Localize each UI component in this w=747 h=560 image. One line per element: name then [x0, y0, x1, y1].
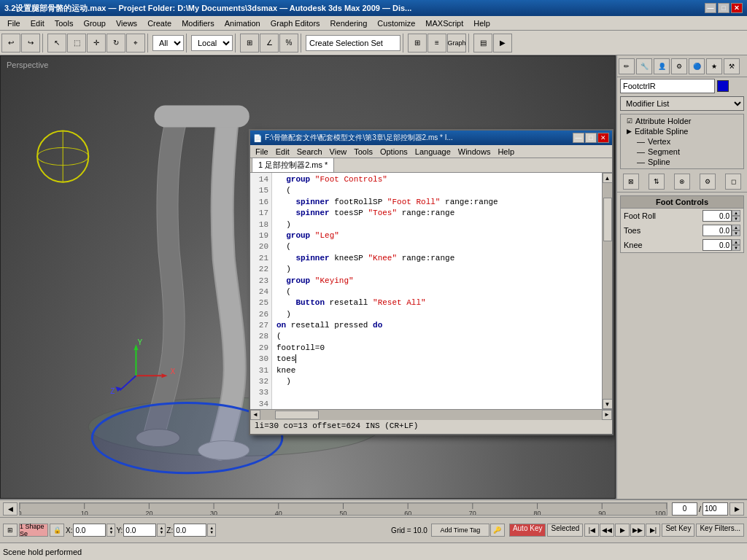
play-btn[interactable]: ▶: [615, 524, 630, 537]
menu-animation[interactable]: Animation: [220, 18, 265, 29]
scroll-up-button[interactable]: ▲: [603, 173, 613, 183]
move-button[interactable]: ✛: [87, 34, 106, 52]
x-spin-up[interactable]: ▲▼: [107, 524, 115, 537]
object-name-input[interactable]: [620, 79, 715, 93]
horizontal-scrollbar[interactable]: ◄ ►: [250, 409, 612, 419]
knee-up-button[interactable]: ▲: [732, 239, 740, 245]
foot-roll-down-button[interactable]: ▼: [732, 216, 740, 222]
rp-btn-1[interactable]: ✏: [619, 58, 635, 74]
undo-button[interactable]: ↩: [1, 34, 20, 52]
add-time-tag-btn[interactable]: Add Time Tag: [431, 524, 489, 537]
rp-btn-5[interactable]: 🔵: [689, 58, 705, 74]
foot-roll-up-button[interactable]: ▲: [732, 210, 740, 216]
z-input[interactable]: [174, 524, 206, 537]
timeline-ruler[interactable]: 0 10 20 30 40 50 60 70 80 90 100: [19, 502, 667, 516]
close-button[interactable]: ✕: [731, 3, 743, 13]
menu-tools[interactable]: Tools: [50, 18, 78, 29]
redo-button[interactable]: ↪: [21, 34, 40, 52]
angle-snap[interactable]: ∠: [260, 34, 279, 52]
menu-maxscript[interactable]: MAXScript: [421, 18, 468, 29]
knee-input[interactable]: [703, 239, 732, 251]
menu-views[interactable]: Views: [112, 18, 142, 29]
filter-dropdown[interactable]: All: [152, 35, 184, 51]
z-spin-up[interactable]: ▲▼: [207, 524, 216, 537]
rp-btn-2[interactable]: 🔧: [636, 58, 652, 74]
next-frame-btn[interactable]: ▶|: [646, 524, 660, 537]
vertex-item[interactable]: — Vertex: [622, 136, 742, 147]
modifier-list-dropdown[interactable]: Modifier List: [620, 96, 744, 111]
maximize-button[interactable]: □: [718, 3, 729, 13]
dlg-menu-search[interactable]: Search: [293, 147, 326, 157]
menu-help[interactable]: Help: [469, 18, 495, 29]
minimize-button[interactable]: —: [705, 3, 716, 13]
timeline-prev-button[interactable]: ◀: [3, 502, 18, 516]
next-key-btn[interactable]: ▶▶: [630, 524, 645, 537]
dlg-menu-file[interactable]: File: [252, 147, 272, 157]
menu-rendering[interactable]: Rendering: [326, 18, 372, 29]
frame-input[interactable]: [672, 502, 697, 516]
select-region-button[interactable]: ⬚: [67, 34, 86, 52]
menu-graph-editors[interactable]: Graph Editors: [266, 18, 325, 29]
y-input[interactable]: [123, 524, 156, 537]
object-color-box[interactable]: [717, 80, 729, 92]
attribute-holder-item[interactable]: ☑ Attribute Holder: [622, 116, 742, 126]
timeline-next-button[interactable]: ▶: [729, 502, 744, 516]
dialog-code-area[interactable]: 1415161718 1920212223 2425262728 2930313…: [250, 173, 602, 409]
selected-button[interactable]: Selected: [547, 524, 583, 537]
playback-area[interactable]: 1 Shape Se: [19, 524, 48, 537]
rp2-btn-2[interactable]: ⇅: [649, 174, 665, 190]
dlg-menu-help[interactable]: Help: [494, 147, 518, 157]
dialog-tab-1[interactable]: 1 足部控制器2.ms *: [252, 158, 334, 172]
spline-item[interactable]: — Spline: [622, 157, 742, 167]
scroll-thumb[interactable]: [603, 198, 612, 241]
rp2-btn-4[interactable]: ⚙: [700, 174, 716, 190]
selection-set-input[interactable]: [306, 35, 400, 51]
select-button[interactable]: ↖: [47, 34, 66, 52]
rp2-btn-3[interactable]: ⊗: [674, 174, 690, 190]
segment-item[interactable]: — Segment: [622, 147, 742, 157]
scroll-down-button[interactable]: ▼: [603, 399, 613, 409]
snap-toggle[interactable]: ⊞: [240, 34, 259, 52]
lock-icon[interactable]: 🔒: [50, 524, 64, 537]
percent-snap[interactable]: %: [279, 34, 298, 52]
menu-customize[interactable]: Customize: [373, 18, 419, 29]
y-spin-up[interactable]: ▲▼: [157, 524, 166, 537]
scroll-left-button[interactable]: ◄: [250, 410, 260, 420]
rp2-btn-5[interactable]: ◻: [725, 174, 741, 190]
editable-spline-item[interactable]: ▶ Editable Spline: [622, 126, 742, 136]
menu-modifiers[interactable]: Modifiers: [177, 18, 219, 29]
graph-btn[interactable]: Graph: [447, 34, 466, 52]
dlg-menu-options[interactable]: Options: [376, 147, 411, 157]
dlg-menu-windows[interactable]: Windows: [454, 147, 495, 157]
toes-down-button[interactable]: ▼: [732, 230, 740, 236]
key-icon[interactable]: 🔑: [490, 524, 505, 537]
scroll-right-button[interactable]: ►: [602, 410, 612, 420]
prev-frame-btn[interactable]: |◀: [584, 524, 599, 537]
vertical-scrollbar[interactable]: ▲ ▼: [602, 173, 612, 409]
es-expand[interactable]: ▶: [627, 128, 632, 135]
ah-checkbox[interactable]: ☑: [627, 117, 632, 125]
menu-edit[interactable]: Edit: [26, 18, 49, 29]
dlg-menu-edit[interactable]: Edit: [272, 147, 293, 157]
dlg-menu-tools[interactable]: Tools: [350, 147, 376, 157]
set-key-button[interactable]: Set Key: [662, 524, 694, 537]
render-btn[interactable]: ▶: [493, 34, 512, 52]
prev-key-btn[interactable]: ◀◀: [600, 524, 614, 537]
x-input[interactable]: [73, 524, 106, 537]
coord-dropdown[interactable]: Local: [191, 35, 233, 51]
dialog-minimize-button[interactable]: —: [573, 133, 584, 143]
rp-btn-4[interactable]: ⚙: [671, 58, 687, 74]
foot-roll-input[interactable]: [703, 210, 732, 222]
dlg-menu-language[interactable]: Language: [411, 147, 454, 157]
play-controls-icon[interactable]: ⊞: [3, 524, 18, 537]
layer-btn[interactable]: ▤: [473, 34, 492, 52]
code-content[interactable]: group "Foot Controls" ( spinner footRoll…: [272, 173, 602, 409]
rp-btn-6[interactable]: ★: [706, 58, 722, 74]
toes-up-button[interactable]: ▲: [732, 225, 740, 230]
rp-btn-3[interactable]: 👤: [654, 58, 670, 74]
viewport[interactable]: Perspective: [0, 55, 616, 499]
align-button[interactable]: ≡: [427, 34, 446, 52]
dialog-maximize-button[interactable]: □: [585, 133, 597, 143]
dlg-menu-view[interactable]: View: [326, 147, 351, 157]
rotate-button[interactable]: ↻: [107, 34, 125, 52]
